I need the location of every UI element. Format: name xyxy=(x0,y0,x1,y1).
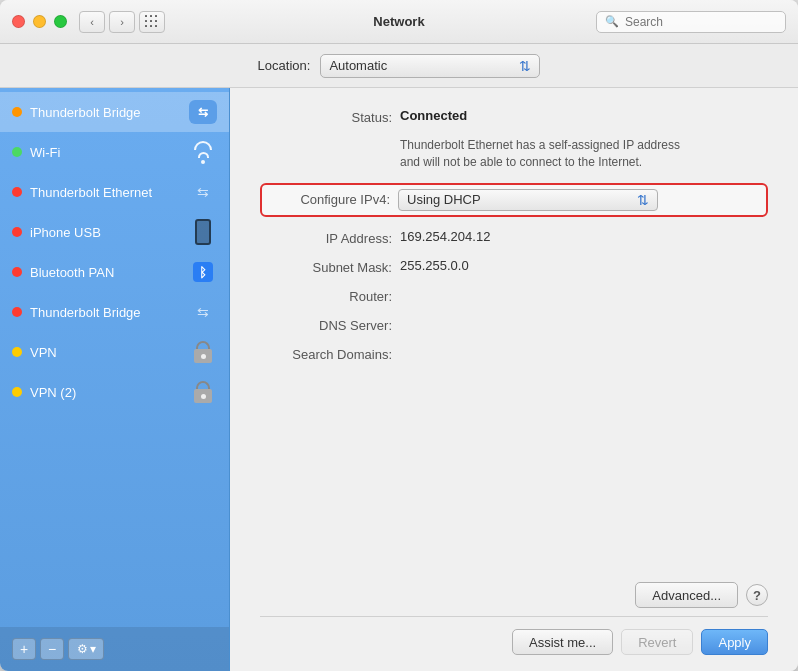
sidebar: Thunderbolt Bridge ⇆ Wi-Fi xyxy=(0,88,230,671)
arrows-icon: ⇆ xyxy=(189,98,217,126)
gear-button[interactable]: ⚙ ▾ xyxy=(68,638,104,660)
configure-ipv4-row: Configure IPv4: Using DHCP ⇅ xyxy=(260,183,768,217)
ip-address-value: 169.254.204.12 xyxy=(400,229,490,244)
forward-button[interactable]: › xyxy=(109,11,135,33)
sidebar-item-label: Thunderbolt Bridge xyxy=(30,305,189,320)
router-label: Router: xyxy=(260,287,400,304)
dns-server-row: DNS Server: xyxy=(260,316,768,333)
window: ‹ › Network 🔍 Location: Automatic ⇅ xyxy=(0,0,798,671)
window-title: Network xyxy=(373,14,424,29)
phone-icon xyxy=(189,218,217,246)
search-icon: 🔍 xyxy=(605,15,619,28)
sidebar-item-label: Thunderbolt Ethernet xyxy=(30,185,189,200)
sidebar-item-label: VPN xyxy=(30,345,189,360)
subnet-mask-label: Subnet Mask: xyxy=(260,258,400,275)
assist-me-button[interactable]: Assist me... xyxy=(512,629,613,655)
minimize-button[interactable] xyxy=(33,15,46,28)
bottom-buttons: Assist me... Revert Apply xyxy=(260,616,768,655)
ip-address-label: IP Address: xyxy=(260,229,400,246)
lock-icon xyxy=(189,338,217,366)
sidebar-item-vpn[interactable]: VPN xyxy=(0,332,229,372)
wifi-icon xyxy=(189,138,217,166)
location-label: Location: xyxy=(258,58,311,73)
description-text: Thunderbolt Ethernet has a self-assigned… xyxy=(400,137,680,171)
sidebar-item-label: Bluetooth PAN xyxy=(30,265,189,280)
sidebar-footer: + − ⚙ ▾ xyxy=(0,627,229,671)
status-dot xyxy=(12,347,22,357)
sidebar-item-thunderbolt-ethernet[interactable]: Thunderbolt Ethernet ⇆ xyxy=(0,172,229,212)
detail-panel: Status: Connected Thunderbolt Ethernet h… xyxy=(230,88,798,671)
search-domains-label: Search Domains: xyxy=(260,345,400,362)
detail-content: Status: Connected Thunderbolt Ethernet h… xyxy=(260,108,768,582)
configure-ipv4-arrow-icon: ⇅ xyxy=(637,192,649,208)
location-bar: Location: Automatic ⇅ xyxy=(0,44,798,88)
status-dot xyxy=(12,107,22,117)
remove-button[interactable]: − xyxy=(40,638,64,660)
status-dot xyxy=(12,147,22,157)
bluetooth-icon: ᛒ xyxy=(189,258,217,286)
search-box[interactable]: 🔍 xyxy=(596,11,786,33)
status-label: Status: xyxy=(260,108,400,125)
traffic-lights xyxy=(12,15,67,28)
status-dot xyxy=(12,387,22,397)
revert-button[interactable]: Revert xyxy=(621,629,693,655)
router-row: Router: xyxy=(260,287,768,304)
status-row: Status: Connected xyxy=(260,108,768,125)
sidebar-item-thunderbolt-bridge2[interactable]: Thunderbolt Bridge ⇆ xyxy=(0,292,229,332)
status-dot xyxy=(12,227,22,237)
sidebar-item-label: VPN (2) xyxy=(30,385,189,400)
configure-ipv4-value: Using DHCP xyxy=(407,192,481,207)
help-button[interactable]: ? xyxy=(746,584,768,606)
subnet-mask-row: Subnet Mask: 255.255.0.0 xyxy=(260,258,768,275)
titlebar: ‹ › Network 🔍 xyxy=(0,0,798,44)
location-arrow-icon: ⇅ xyxy=(519,58,531,74)
status-dot xyxy=(12,187,22,197)
sidebar-item-bluetooth[interactable]: Bluetooth PAN ᛒ xyxy=(0,252,229,292)
grid-icon xyxy=(145,15,159,29)
back-button[interactable]: ‹ xyxy=(79,11,105,33)
search-domains-row: Search Domains: xyxy=(260,345,768,362)
apply-button[interactable]: Apply xyxy=(701,629,768,655)
gear-icon: ⚙ xyxy=(77,642,88,656)
configure-ipv4-select[interactable]: Using DHCP ⇅ xyxy=(398,189,658,211)
status-dot xyxy=(12,307,22,317)
sidebar-item-iphone-usb[interactable]: iPhone USB xyxy=(0,212,229,252)
location-value: Automatic xyxy=(329,58,387,73)
search-input[interactable] xyxy=(625,15,777,29)
sidebar-item-vpn2[interactable]: VPN (2) xyxy=(0,372,229,412)
main-content: Thunderbolt Bridge ⇆ Wi-Fi xyxy=(0,88,798,671)
dashed-arrows-icon: ⇆ xyxy=(189,178,217,206)
description-row: Thunderbolt Ethernet has a self-assigned… xyxy=(260,137,768,171)
maximize-button[interactable] xyxy=(54,15,67,28)
dns-server-label: DNS Server: xyxy=(260,316,400,333)
configure-ipv4-label: Configure IPv4: xyxy=(268,192,398,207)
status-dot xyxy=(12,267,22,277)
location-select[interactable]: Automatic ⇅ xyxy=(320,54,540,78)
grid-button[interactable] xyxy=(139,11,165,33)
status-value: Connected xyxy=(400,108,467,123)
description-label xyxy=(260,137,400,139)
sidebar-item-label: Wi-Fi xyxy=(30,145,189,160)
nav-buttons: ‹ › xyxy=(79,11,135,33)
advanced-button[interactable]: Advanced... xyxy=(635,582,738,608)
ip-address-row: IP Address: 169.254.204.12 xyxy=(260,229,768,246)
sidebar-item-label: iPhone USB xyxy=(30,225,189,240)
sidebar-list: Thunderbolt Bridge ⇆ Wi-Fi xyxy=(0,88,229,627)
sidebar-item-wifi[interactable]: Wi-Fi xyxy=(0,132,229,172)
subnet-mask-value: 255.255.0.0 xyxy=(400,258,469,273)
lock2-icon xyxy=(189,378,217,406)
advanced-row: Advanced... ? xyxy=(260,582,768,608)
sidebar-item-thunderbolt-bridge[interactable]: Thunderbolt Bridge ⇆ xyxy=(0,92,229,132)
close-button[interactable] xyxy=(12,15,25,28)
sidebar-item-label: Thunderbolt Bridge xyxy=(30,105,189,120)
add-button[interactable]: + xyxy=(12,638,36,660)
chevron-down-icon: ▾ xyxy=(90,642,96,656)
dashed-arrows2-icon: ⇆ xyxy=(189,298,217,326)
